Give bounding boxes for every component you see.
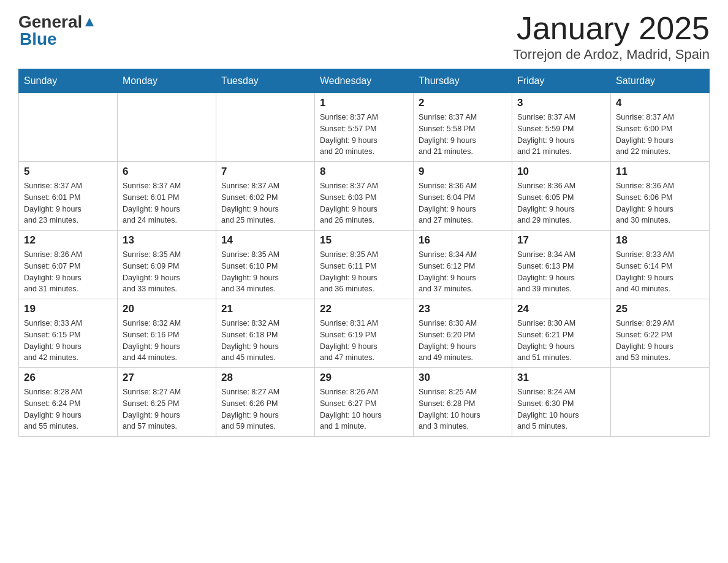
calendar-day-18: 18Sunrise: 8:33 AMSunset: 6:14 PMDayligh… xyxy=(611,231,710,299)
day-info: Sunrise: 8:36 AMSunset: 6:06 PMDaylight:… xyxy=(616,180,704,226)
day-number: 17 xyxy=(517,234,605,247)
day-number: 11 xyxy=(616,166,704,178)
calendar-day-27: 27Sunrise: 8:27 AMSunset: 6:25 PMDayligh… xyxy=(118,368,216,437)
calendar-day-25: 25Sunrise: 8:29 AMSunset: 6:22 PMDayligh… xyxy=(611,299,710,368)
calendar-week-row: 19Sunrise: 8:33 AMSunset: 6:15 PMDayligh… xyxy=(19,299,710,368)
calendar-week-row: 26Sunrise: 8:28 AMSunset: 6:24 PMDayligh… xyxy=(19,368,710,437)
weekday-header-monday: Monday xyxy=(118,69,216,93)
calendar-day-6: 6Sunrise: 8:37 AMSunset: 6:01 PMDaylight… xyxy=(118,162,216,231)
day-number: 21 xyxy=(221,303,309,315)
title-section: January 2025 Torrejon de Ardoz, Madrid, … xyxy=(514,12,710,63)
day-number: 20 xyxy=(123,303,211,315)
day-info: Sunrise: 8:30 AMSunset: 6:21 PMDaylight:… xyxy=(517,318,605,364)
day-number: 15 xyxy=(320,234,408,247)
calendar-day-21: 21Sunrise: 8:32 AMSunset: 6:18 PMDayligh… xyxy=(216,299,315,368)
calendar-day-8: 8Sunrise: 8:37 AMSunset: 6:03 PMDaylight… xyxy=(315,162,414,231)
calendar-header-row: SundayMondayTuesdayWednesdayThursdayFrid… xyxy=(19,69,710,93)
calendar-empty-cell xyxy=(19,93,118,162)
day-info: Sunrise: 8:30 AMSunset: 6:20 PMDaylight:… xyxy=(419,318,507,364)
day-info: Sunrise: 8:27 AMSunset: 6:25 PMDaylight:… xyxy=(123,386,211,432)
day-number: 1 xyxy=(320,97,408,109)
day-number: 22 xyxy=(320,303,408,315)
day-number: 3 xyxy=(517,97,605,109)
day-number: 14 xyxy=(221,234,309,247)
weekday-header-saturday: Saturday xyxy=(611,69,710,93)
day-number: 8 xyxy=(320,166,408,178)
day-number: 9 xyxy=(419,166,507,178)
day-number: 12 xyxy=(24,234,112,247)
calendar-week-row: 1Sunrise: 8:37 AMSunset: 5:57 PMDaylight… xyxy=(19,93,710,162)
calendar-day-31: 31Sunrise: 8:24 AMSunset: 6:30 PMDayligh… xyxy=(512,368,611,437)
calendar-day-19: 19Sunrise: 8:33 AMSunset: 6:15 PMDayligh… xyxy=(19,299,118,368)
day-number: 29 xyxy=(320,372,408,384)
day-number: 28 xyxy=(221,372,309,384)
day-info: Sunrise: 8:25 AMSunset: 6:28 PMDaylight:… xyxy=(419,386,507,432)
day-number: 27 xyxy=(123,372,211,384)
day-info: Sunrise: 8:31 AMSunset: 6:19 PMDaylight:… xyxy=(320,318,408,364)
day-info: Sunrise: 8:37 AMSunset: 5:59 PMDaylight:… xyxy=(517,112,605,158)
day-number: 2 xyxy=(419,97,507,109)
day-number: 7 xyxy=(221,166,309,178)
calendar-week-row: 5Sunrise: 8:37 AMSunset: 6:01 PMDaylight… xyxy=(19,162,710,231)
day-info: Sunrise: 8:34 AMSunset: 6:12 PMDaylight:… xyxy=(419,249,507,295)
day-info: Sunrise: 8:37 AMSunset: 5:57 PMDaylight:… xyxy=(320,112,408,158)
day-info: Sunrise: 8:37 AMSunset: 6:01 PMDaylight:… xyxy=(123,180,211,226)
calendar-day-10: 10Sunrise: 8:36 AMSunset: 6:05 PMDayligh… xyxy=(512,162,611,231)
location-title: Torrejon de Ardoz, Madrid, Spain xyxy=(514,47,710,63)
calendar-day-22: 22Sunrise: 8:31 AMSunset: 6:19 PMDayligh… xyxy=(315,299,414,368)
calendar-day-24: 24Sunrise: 8:30 AMSunset: 6:21 PMDayligh… xyxy=(512,299,611,368)
day-number: 13 xyxy=(123,234,211,247)
day-info: Sunrise: 8:32 AMSunset: 6:18 PMDaylight:… xyxy=(221,318,309,364)
calendar-day-28: 28Sunrise: 8:27 AMSunset: 6:26 PMDayligh… xyxy=(216,368,315,437)
logo-blue-text: Blue xyxy=(20,29,57,49)
weekday-header-friday: Friday xyxy=(512,69,611,93)
calendar-day-17: 17Sunrise: 8:34 AMSunset: 6:13 PMDayligh… xyxy=(512,231,611,299)
calendar-day-3: 3Sunrise: 8:37 AMSunset: 5:59 PMDaylight… xyxy=(512,93,611,162)
day-number: 5 xyxy=(24,166,112,178)
day-info: Sunrise: 8:32 AMSunset: 6:16 PMDaylight:… xyxy=(123,318,211,364)
day-number: 24 xyxy=(517,303,605,315)
day-info: Sunrise: 8:28 AMSunset: 6:24 PMDaylight:… xyxy=(24,386,112,432)
calendar-day-29: 29Sunrise: 8:26 AMSunset: 6:27 PMDayligh… xyxy=(315,368,414,437)
day-info: Sunrise: 8:36 AMSunset: 6:05 PMDaylight:… xyxy=(517,180,605,226)
month-title: January 2025 xyxy=(514,12,710,44)
day-info: Sunrise: 8:37 AMSunset: 6:03 PMDaylight:… xyxy=(320,180,408,226)
day-info: Sunrise: 8:35 AMSunset: 6:11 PMDaylight:… xyxy=(320,249,408,295)
calendar-week-row: 12Sunrise: 8:36 AMSunset: 6:07 PMDayligh… xyxy=(19,231,710,299)
weekday-header-sunday: Sunday xyxy=(19,69,118,93)
day-info: Sunrise: 8:33 AMSunset: 6:14 PMDaylight:… xyxy=(616,249,704,295)
day-info: Sunrise: 8:37 AMSunset: 6:02 PMDaylight:… xyxy=(221,180,309,226)
day-info: Sunrise: 8:34 AMSunset: 6:13 PMDaylight:… xyxy=(517,249,605,295)
day-info: Sunrise: 8:36 AMSunset: 6:07 PMDaylight:… xyxy=(24,249,112,295)
day-number: 6 xyxy=(123,166,211,178)
calendar-day-12: 12Sunrise: 8:36 AMSunset: 6:07 PMDayligh… xyxy=(19,231,118,299)
day-number: 26 xyxy=(24,372,112,384)
day-number: 19 xyxy=(24,303,112,315)
calendar-day-13: 13Sunrise: 8:35 AMSunset: 6:09 PMDayligh… xyxy=(118,231,216,299)
calendar-empty-cell xyxy=(216,93,315,162)
day-number: 16 xyxy=(419,234,507,247)
calendar-day-2: 2Sunrise: 8:37 AMSunset: 5:58 PMDaylight… xyxy=(414,93,512,162)
calendar-day-15: 15Sunrise: 8:35 AMSunset: 6:11 PMDayligh… xyxy=(315,231,414,299)
logo: General Blue xyxy=(18,12,95,49)
calendar-empty-cell xyxy=(118,93,216,162)
day-number: 30 xyxy=(419,372,507,384)
page-header: General Blue January 2025 Torrejon de Ar… xyxy=(18,12,710,63)
calendar-day-14: 14Sunrise: 8:35 AMSunset: 6:10 PMDayligh… xyxy=(216,231,315,299)
day-info: Sunrise: 8:24 AMSunset: 6:30 PMDaylight:… xyxy=(517,386,605,432)
day-info: Sunrise: 8:26 AMSunset: 6:27 PMDaylight:… xyxy=(320,386,408,432)
day-info: Sunrise: 8:33 AMSunset: 6:15 PMDaylight:… xyxy=(24,318,112,364)
day-info: Sunrise: 8:29 AMSunset: 6:22 PMDaylight:… xyxy=(616,318,704,364)
day-number: 10 xyxy=(517,166,605,178)
calendar-day-26: 26Sunrise: 8:28 AMSunset: 6:24 PMDayligh… xyxy=(19,368,118,437)
logo-triangle-icon xyxy=(84,17,95,30)
day-number: 31 xyxy=(517,372,605,384)
calendar-day-20: 20Sunrise: 8:32 AMSunset: 6:16 PMDayligh… xyxy=(118,299,216,368)
calendar-day-1: 1Sunrise: 8:37 AMSunset: 5:57 PMDaylight… xyxy=(315,93,414,162)
day-info: Sunrise: 8:37 AMSunset: 6:01 PMDaylight:… xyxy=(24,180,112,226)
day-info: Sunrise: 8:27 AMSunset: 6:26 PMDaylight:… xyxy=(221,386,309,432)
calendar-table: SundayMondayTuesdayWednesdayThursdayFrid… xyxy=(18,69,710,437)
calendar-day-5: 5Sunrise: 8:37 AMSunset: 6:01 PMDaylight… xyxy=(19,162,118,231)
weekday-header-wednesday: Wednesday xyxy=(315,69,414,93)
day-number: 18 xyxy=(616,234,704,247)
